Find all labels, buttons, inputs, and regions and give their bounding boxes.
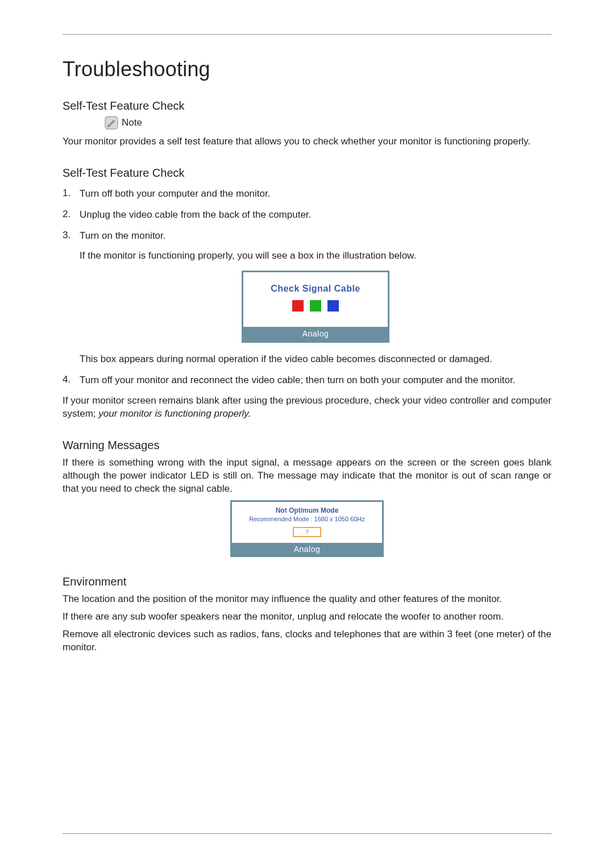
illustration1-footer: Analog <box>243 327 388 341</box>
step-number: 2. <box>63 209 80 222</box>
bottom-rule <box>63 833 551 834</box>
illustration-not-optimum-mode: Not Optimum Mode Recommended Mode : 1680… <box>230 500 384 557</box>
illustration2-line1: Not Optimum Mode <box>235 506 379 514</box>
section-heading-selftest-2: Self-Test Feature Check <box>63 167 551 180</box>
section-heading-selftest-1: Self-Test Feature Check <box>63 99 551 113</box>
step-3-main: Turn on the monitor. <box>80 230 166 241</box>
section-heading-warning: Warning Messages <box>63 439 551 452</box>
blue-square-icon <box>327 300 339 312</box>
illustration-check-signal-cable: Check Signal Cable Analog <box>242 271 389 343</box>
selftest-closing: If your monitor screen remains blank aft… <box>63 394 551 421</box>
step-number: 1. <box>63 188 80 201</box>
note-row: Note <box>105 116 551 130</box>
environment-p3: Remove all electronic devices such as ra… <box>63 628 551 654</box>
closing-italic: your monitor is functioning properly. <box>98 408 251 419</box>
illustration2-line2: Recommended Mode : 1680 x 1050 60Hz <box>235 516 379 522</box>
red-square-icon <box>292 300 304 312</box>
top-rule <box>63 34 551 35</box>
step-number: 4. <box>63 374 80 387</box>
green-square-icon <box>310 300 321 312</box>
step-1: 1. Turn off both your computer and the m… <box>63 188 551 201</box>
page-title: Troubleshooting <box>63 57 551 81</box>
environment-p1: The location and the position of the mon… <box>63 593 551 606</box>
note-label: Note <box>122 117 142 128</box>
illustration1-title: Check Signal Cable <box>243 283 388 295</box>
illustration2-footer: Analog <box>232 543 382 555</box>
section-heading-environment: Environment <box>63 575 551 588</box>
step-3-sub2: This box appears during normal operation… <box>80 353 551 366</box>
step-3-sub1: If the monitor is functioning properly, … <box>80 250 551 263</box>
note-pencil-icon <box>105 116 118 130</box>
step-text: Turn on the monitor. If the monitor is f… <box>80 230 551 366</box>
step-number: 3. <box>63 230 80 366</box>
step-2: 2. Unplug the video cable from the back … <box>63 209 551 222</box>
step-3: 3. Turn on the monitor. If the monitor i… <box>63 230 551 366</box>
illustration2-body: Not Optimum Mode Recommended Mode : 1680… <box>232 502 382 543</box>
step-text: Unplug the video cable from the back of … <box>80 209 551 222</box>
rgb-swatches <box>243 300 388 315</box>
document-page: Troubleshooting Self-Test Feature Check … <box>0 0 614 868</box>
note-body: Your monitor provides a self test featur… <box>63 135 551 148</box>
steps-list: 1. Turn off both your computer and the m… <box>63 188 551 387</box>
warning-body: If there is something wrong with the inp… <box>63 456 551 496</box>
environment-p2: If there are any sub woofer speakers nea… <box>63 610 551 624</box>
step-text: Turn off your monitor and reconnect the … <box>80 374 551 387</box>
step-text: Turn off both your computer and the moni… <box>80 188 551 201</box>
illustration-body: Check Signal Cable <box>243 272 388 327</box>
illustration2-help-button: ? <box>293 527 321 537</box>
step-4: 4. Turn off your monitor and reconnect t… <box>63 374 551 387</box>
